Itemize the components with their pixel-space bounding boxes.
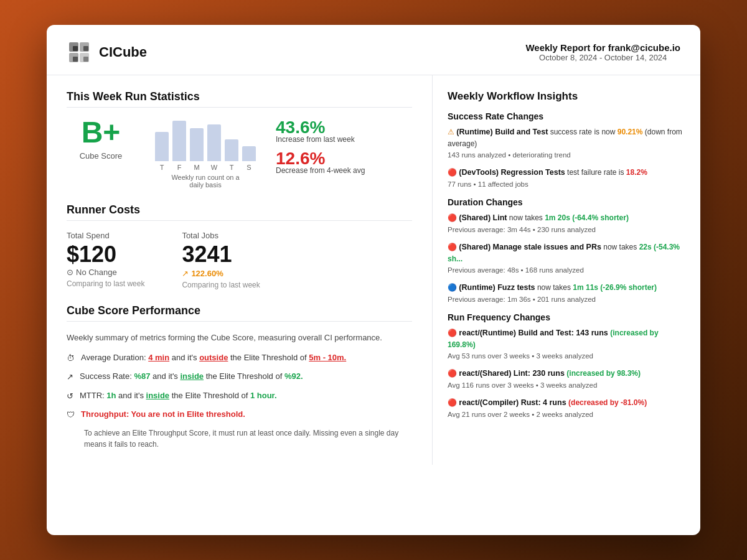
total-spend-item: Total Spend $120 ⊙ No Change Comparing t… [67, 231, 144, 289]
logo-text: CICube [99, 44, 147, 60]
run-statistics-title: This Week Run Statistics [67, 90, 412, 103]
cube-score-performance-section: Cube Score Performance Weekly summary of… [67, 304, 412, 450]
badge-info-icon-fuzz: 🔵 [448, 283, 459, 292]
header-right: Weekly Report for frank@cicube.io Octobe… [525, 42, 680, 62]
svg-rect-7 [83, 57, 88, 62]
runner-costs-row: Total Spend $120 ⊙ No Change Comparing t… [67, 231, 412, 289]
perf-item-mttr: ↺ MTTR: 1h and it's inside the Elite Thr… [67, 390, 412, 403]
total-jobs-compare: Comparing to last week [182, 281, 260, 289]
decrease-label: Decrease from 4-week avg [276, 166, 365, 175]
success-text-after: the Elite Threshold of [204, 371, 284, 381]
insight-build-freq-meta: Avg 53 runs over 3 weeks • 3 weeks analy… [448, 352, 593, 360]
mttr-text-after: the Elite Threshold of [169, 391, 250, 400]
bar-label-item: T [155, 164, 169, 171]
insight-lint-freq-meta: Avg 116 runs over 3 weeks • 3 weeks anal… [448, 381, 597, 389]
total-jobs-item: Total Jobs 3241 ↗ 122.60% Comparing to l… [182, 231, 260, 289]
insight-fuzz-duration: 1m 11s (-26.9% shorter) [573, 283, 657, 292]
insight-stale-text: now takes [603, 243, 639, 251]
insight-build-test-meta: 143 runs analyzed • deteriorating trend [448, 151, 571, 159]
insight-rust-freq-title: react/(Compiler) Rust: 4 runs [459, 398, 568, 407]
mttr-text-before: MTTR: [80, 391, 106, 400]
left-panel: This Week Run Statistics B+ Cube Score T… [47, 75, 433, 465]
perf-description: Weekly summary of metrics forming the Cu… [67, 332, 412, 344]
insight-item-stale: 🔴 (Shared) Manage stale issues and PRs n… [448, 241, 685, 276]
bar-label-item: S [242, 164, 256, 171]
insight-stale-title: (Shared) Manage stale issues and PRs [459, 243, 601, 251]
jobs-change-value: 122.60% [191, 269, 223, 278]
insight-lint-meta: Previous average: 3m 44s • 230 runs anal… [448, 226, 596, 233]
badge-error-icon-rust-freq: 🔴 [448, 398, 459, 407]
insight-rust-freq-change: (decreased by -81.0%) [568, 398, 647, 407]
badge-warning-icon: ⚠ [448, 128, 456, 136]
report-title: Weekly Report for frank@cicube.io [525, 42, 680, 53]
duration-text-mid: and it's [169, 353, 199, 362]
mttr-icon: ↺ [67, 390, 73, 403]
insight-item-rust-freq: 🔴 react/(Compiler) Rust: 4 runs (decreas… [448, 397, 685, 420]
insight-lint-text: now takes [509, 213, 545, 222]
cube-score-label: Cube Score [67, 151, 135, 161]
insight-regression-text: test failure rate is [567, 168, 626, 177]
perf-item-duration: ⏱ Average Duration: 4 min and it's outsi… [67, 352, 412, 365]
insight-build-freq-title: react/(Runtime) Build and Test: 143 runs [459, 329, 610, 337]
duration-highlight2: outside [199, 353, 228, 362]
insight-lint-freq-change: (increased by 98.3%) [566, 369, 641, 378]
success-rate-title: Success Rate Changes [448, 111, 685, 121]
duration-text-after: the Elite Threshold of [228, 353, 309, 362]
run-statistics-divider [67, 107, 412, 108]
total-spend-label: Total Spend [67, 231, 144, 240]
total-jobs-label: Total Jobs [182, 231, 260, 240]
insight-item-build-test: ⚠ (Runtime) Build and Test success rate … [448, 126, 685, 161]
insight-lint-title: (Shared) Lint [459, 213, 507, 222]
insight-build-test-title: (Runtime) Build and Test [456, 128, 548, 136]
decrease-stat: 12.6% Decrease from 4-week avg [276, 149, 365, 175]
insight-item-lint-freq: 🔴 react/(Shared) Lint: 230 runs (increas… [448, 368, 685, 391]
perf-item-throughput: 🛡 Throughput: You are not in Elite thres… [67, 408, 412, 421]
insight-item-build-freq: 🔴 react/(Runtime) Build and Test: 143 ru… [448, 327, 685, 362]
runner-costs-divider [67, 220, 412, 221]
svg-rect-5 [83, 46, 88, 51]
insight-rust-freq-meta: Avg 21 runs over 2 weeks • 2 weeks analy… [448, 411, 593, 418]
badge-error-icon-stale: 🔴 [448, 243, 459, 251]
total-spend-compare: Comparing to last week [67, 279, 144, 288]
insight-build-test-rate: 90.21% [618, 128, 643, 136]
insight-regression-rate: 18.2% [626, 168, 647, 177]
header: CICube Weekly Report for frank@cicube.io… [47, 25, 700, 75]
bar-label-item: W [207, 164, 221, 171]
success-text-mid: and it's [150, 371, 180, 381]
bar-item [155, 132, 169, 161]
duration-highlight1: 4 min [148, 353, 169, 362]
insight-lint-duration: 1m 20s (-64.4% shorter) [545, 213, 629, 222]
cube-score-box: B+ Cube Score [67, 118, 135, 161]
throughput-warning: Throughput: You are not in Elite thresho… [81, 409, 245, 419]
svg-rect-6 [73, 57, 78, 62]
runner-costs-section: Runner Costs Total Spend $120 ⊙ No Chang… [67, 203, 412, 289]
run-statistics-section: This Week Run Statistics B+ Cube Score T… [67, 90, 412, 189]
increase-stat: 43.6% Increase from last week [276, 118, 365, 144]
insight-regression-title: (DevTools) Regression Tests [459, 168, 565, 177]
bar-item [225, 139, 238, 161]
mttr-text-mid: and it's [116, 391, 146, 400]
badge-error-icon-lint-freq: 🔴 [448, 369, 459, 378]
insight-fuzz-title: (Runtime) Fuzz tests [459, 283, 535, 292]
mttr-highlight1: 1h [106, 391, 116, 400]
insight-item-regression: 🔴 (DevTools) Regression Tests test failu… [448, 167, 685, 190]
bar-chart-caption: Weekly run count on a daily basis [165, 174, 246, 189]
run-stats-row: B+ Cube Score TFMWTS Weekly run count on… [67, 118, 412, 189]
content: This Week Run Statistics B+ Cube Score T… [47, 75, 700, 465]
insight-lint-freq-title: react/(Shared) Lint: 230 runs [459, 369, 566, 378]
insight-item-lint: 🔴 (Shared) Lint now takes 1m 20s (-64.4%… [448, 212, 685, 235]
bar-chart-area: TFMWTS Weekly run count on a daily basis [155, 118, 256, 189]
insight-build-test-text: success rate is now [550, 128, 618, 136]
badge-error-icon-build-freq: 🔴 [448, 329, 459, 337]
bar-item [207, 124, 221, 161]
insight-regression-meta: 77 runs • 11 affected jobs [448, 180, 529, 188]
insights-title: Weekly Workflow Insights [448, 90, 685, 103]
no-change-label: No Change [76, 268, 117, 277]
no-change-icon: ⊙ [67, 268, 73, 277]
cube-score-perf-title: Cube Score Performance [67, 304, 412, 317]
total-jobs-change: ↗ 122.60% [182, 269, 260, 278]
bar-label-item: M [190, 164, 204, 171]
run-frequency-title: Run Frequency Changes [448, 312, 685, 322]
duration-changes-title: Duration Changes [448, 197, 685, 207]
throughput-note: To achieve an Elite Throughput Score, it… [84, 427, 412, 450]
